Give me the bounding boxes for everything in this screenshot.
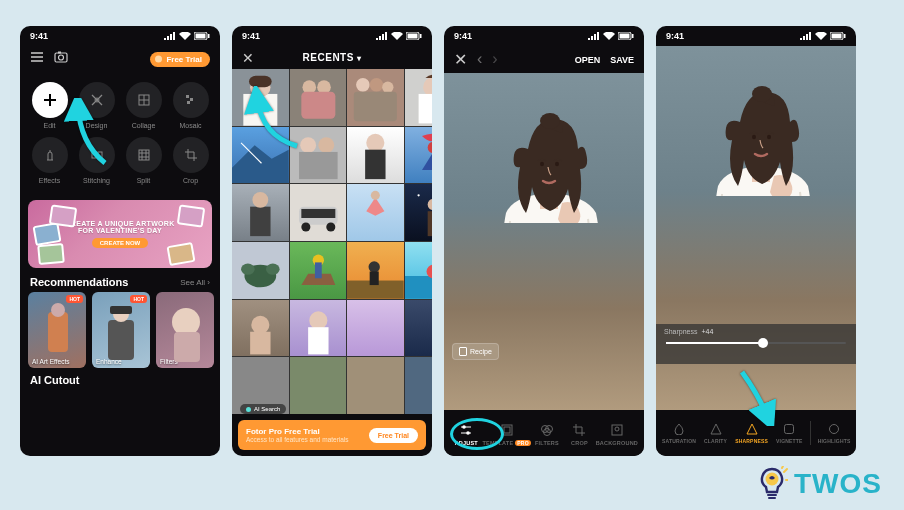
thumbnail[interactable]	[405, 357, 432, 414]
thumbnail[interactable]	[232, 127, 289, 184]
tool-mosaic[interactable]: Mosaic	[167, 78, 214, 133]
svg-rect-3	[55, 53, 67, 62]
see-all-link[interactable]: See All ›	[180, 278, 210, 287]
adjust-vignette[interactable]: VIGNETTE	[772, 422, 807, 444]
tool-design[interactable]: Design	[73, 78, 120, 133]
pro-promo-bar[interactable]: Fotor Pro Free Trial Access to all featu…	[238, 420, 426, 450]
save-button[interactable]: SAVE	[610, 55, 634, 65]
thumbnail[interactable]	[405, 69, 432, 126]
tab-background[interactable]: BACKGROUND	[596, 422, 638, 446]
svg-point-87	[466, 431, 470, 435]
svg-point-49	[371, 191, 380, 200]
svg-rect-24	[243, 94, 277, 126]
rec-item[interactable]: HOTEnhance	[92, 292, 150, 368]
tool-crop[interactable]: Crop	[167, 133, 214, 188]
thumbnail[interactable]	[232, 242, 289, 299]
status-bar: 9:41	[20, 26, 220, 46]
close-icon[interactable]: ✕	[454, 50, 467, 69]
tool-effects[interactable]: Effects	[26, 133, 73, 188]
thumbnail[interactable]	[405, 184, 432, 241]
svg-point-44	[252, 192, 268, 208]
thumbnail[interactable]	[232, 184, 289, 241]
open-button[interactable]: OPEN	[575, 55, 601, 65]
thumbnail[interactable]	[232, 69, 289, 126]
adjust-value-bar: Sharpness+44	[656, 324, 856, 364]
svg-rect-84	[620, 34, 630, 39]
thumbnail[interactable]	[290, 184, 347, 241]
thumbnail[interactable]	[347, 300, 404, 357]
thumbnail[interactable]	[290, 242, 347, 299]
adjust-sharpness[interactable]: SHARPNESS	[731, 422, 772, 444]
thumbnail[interactable]	[290, 357, 347, 414]
promo-banner[interactable]: CREATE A UNIQUE ARTWORKFOR VALENTINE'S D…	[28, 200, 212, 268]
ai-search-chip[interactable]: AI Search	[240, 404, 286, 414]
tab-crop[interactable]: CROP	[563, 422, 595, 446]
thumbnail[interactable]	[290, 127, 347, 184]
thumbnail[interactable]	[347, 184, 404, 241]
status-time: 9:41	[242, 31, 260, 41]
forward-icon[interactable]: ›	[492, 50, 497, 69]
recommendations-row[interactable]: HOTAI Art Effects HOTEnhance Filters	[20, 292, 220, 368]
banner-title: CREATE A UNIQUE ARTWORKFOR VALENTINE'S D…	[65, 220, 174, 234]
thumbnail[interactable]	[290, 300, 347, 357]
photo-grid[interactable]	[232, 69, 432, 414]
tool-label: Edit	[43, 122, 55, 129]
svg-point-56	[241, 264, 255, 275]
rec-item[interactable]: Filters	[156, 292, 214, 368]
editor-canvas[interactable]: Recipe	[444, 73, 644, 410]
svg-point-4	[59, 55, 64, 60]
tab-template[interactable]: TEMPLATEPRO	[482, 422, 530, 446]
svg-rect-18	[110, 306, 132, 314]
svg-rect-66	[250, 331, 270, 354]
thumbnail[interactable]	[405, 300, 432, 357]
tool-collage[interactable]: Collage	[120, 78, 167, 133]
close-icon[interactable]: ✕	[242, 50, 254, 66]
gallery-title[interactable]: RECENTS▾	[303, 52, 362, 63]
thumbnail[interactable]	[405, 242, 432, 299]
svg-rect-46	[301, 209, 335, 218]
thumbnail[interactable]	[347, 127, 404, 184]
adjust-saturation[interactable]: SATURATION	[658, 422, 700, 444]
phone-gallery: 9:41 ✕ RECENTS▾ AI S	[232, 26, 432, 456]
svg-rect-68	[308, 327, 328, 354]
adjust-clarity[interactable]: CLARITY	[700, 422, 731, 444]
svg-rect-13	[139, 150, 149, 160]
svg-rect-5	[58, 52, 61, 54]
camera-icon[interactable]	[54, 50, 68, 68]
adjust-highlights[interactable]: HIGHLIGHTS	[814, 422, 855, 444]
banner-cta[interactable]: CREATE NOW	[92, 238, 149, 248]
svg-rect-85	[632, 34, 634, 38]
thumbnail[interactable]	[405, 127, 432, 184]
tab-filters[interactable]: FILTERS	[531, 422, 563, 446]
recipe-button[interactable]: Recipe	[452, 343, 499, 360]
thumbnail[interactable]	[347, 357, 404, 414]
menu-icon[interactable]	[30, 50, 44, 68]
svg-rect-53	[428, 212, 432, 237]
promo-button[interactable]: Free Trial	[369, 428, 418, 443]
thumbnail[interactable]	[232, 300, 289, 357]
thumbnail[interactable]	[347, 242, 404, 299]
svg-point-31	[356, 78, 370, 92]
home-top-bar: Free Trial	[20, 46, 220, 72]
thumbnail[interactable]	[347, 69, 404, 126]
adjust-param-label: Sharpness+44	[664, 328, 713, 335]
svg-rect-20	[174, 332, 200, 362]
svg-point-32	[370, 78, 384, 92]
tab-adjust[interactable]: ADJUST	[450, 422, 482, 446]
free-trial-pill[interactable]: Free Trial	[150, 52, 210, 67]
tool-stitching[interactable]: Stitching	[73, 133, 120, 188]
back-icon[interactable]: ‹	[477, 50, 482, 69]
photo-content	[656, 46, 856, 196]
svg-point-67	[309, 311, 327, 329]
adjust-slider[interactable]	[666, 342, 846, 344]
rec-item[interactable]: HOTAI Art Effects	[28, 292, 86, 368]
svg-rect-8	[186, 95, 189, 98]
tool-split[interactable]: Split	[120, 133, 167, 188]
chevron-down-icon: ▾	[357, 54, 362, 63]
editor-bottom-tabs: ADJUST TEMPLATEPRO FILTERS CROP BACKGROU…	[444, 410, 644, 456]
editor-canvas[interactable]: Sharpness+44	[656, 46, 856, 410]
tool-edit[interactable]: Edit	[26, 78, 73, 133]
svg-point-38	[318, 137, 334, 153]
thumbnail[interactable]	[290, 69, 347, 126]
lightbulb-icon	[756, 466, 788, 502]
